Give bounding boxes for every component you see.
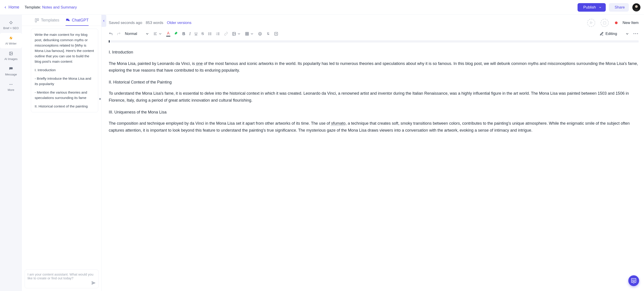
status-label[interactable]: New Item xyxy=(622,20,639,25)
bullet-list-button[interactable] xyxy=(208,32,212,36)
nav-more[interactable]: More xyxy=(0,79,22,95)
nav-ai-images[interactable]: AI Images xyxy=(0,48,22,64)
chevron-down-icon xyxy=(158,32,162,36)
svg-point-3 xyxy=(10,22,12,24)
paragraph-style-select[interactable]: Normal xyxy=(125,32,149,36)
dots-icon xyxy=(9,82,13,86)
underline-button[interactable]: U xyxy=(195,32,197,36)
svg-point-25 xyxy=(208,33,209,33)
intercom-fab[interactable] xyxy=(628,275,639,286)
nav-brief-seo[interactable]: Brief + SEO xyxy=(0,18,22,33)
svg-rect-39 xyxy=(246,32,249,35)
page-ruler xyxy=(109,40,639,42)
strikethrough-button[interactable]: S xyxy=(202,32,204,36)
template-label: Template: Notes and Summary xyxy=(24,5,77,10)
highlight-button[interactable] xyxy=(174,31,178,36)
document-body[interactable]: I. IntroductionThe Mona Lisa, painted by… xyxy=(108,45,644,291)
section-paragraph: The Mona Lisa, painted by Leonardo da Vi… xyxy=(109,60,639,74)
emoji-button[interactable] xyxy=(258,32,262,36)
editing-mode-select[interactable]: Editing xyxy=(600,32,629,36)
word-count: 853 words xyxy=(146,20,163,25)
share-button[interactable]: Share xyxy=(609,3,629,12)
bold-button[interactable]: B xyxy=(182,32,185,36)
left-nav: Brief + SEO AI Writer AI Images Message … xyxy=(0,15,22,291)
marker-icon xyxy=(174,31,178,35)
saved-status: Saved seconds ago xyxy=(109,20,142,25)
image-icon xyxy=(232,32,236,36)
pencil-icon xyxy=(600,32,604,36)
font-color-button[interactable]: A xyxy=(166,31,170,36)
table-button[interactable] xyxy=(245,32,254,36)
bolt-icon xyxy=(9,36,13,40)
section-paragraph: To understand the Mona Lisa's fame, it i… xyxy=(109,90,639,104)
svg-rect-14 xyxy=(35,18,36,22)
chat-message: Write the main content for my blog post,… xyxy=(31,29,98,112)
template-name-link[interactable]: Notes and Summary xyxy=(42,5,77,10)
back-label: Home xyxy=(8,5,19,10)
chevron-down-icon xyxy=(250,32,254,36)
chevron-down-icon xyxy=(598,6,602,9)
svg-point-16 xyxy=(590,22,592,23)
tab-chatgpt[interactable]: ChatGPT xyxy=(66,18,88,26)
undo-icon xyxy=(109,32,113,36)
svg-point-45 xyxy=(259,33,260,34)
svg-point-38 xyxy=(234,33,234,33)
chat-input-container xyxy=(24,270,99,288)
editor-meta: Saved seconds ago 853 words Older versio… xyxy=(108,15,644,29)
chevron-down-icon xyxy=(237,32,241,36)
align-button[interactable] xyxy=(153,32,162,36)
svg-marker-8 xyxy=(10,36,12,40)
chat-body: Write the main content for my blog post,… xyxy=(22,26,101,267)
add-collaborator-button[interactable] xyxy=(587,19,595,27)
templates-icon xyxy=(35,18,39,22)
link-icon xyxy=(224,32,228,36)
editor-toolbar: Normal A B I U S 123 Editing ··· xyxy=(108,29,644,40)
italic-button[interactable]: I xyxy=(189,32,191,36)
emoji-icon xyxy=(258,32,262,36)
chat-scrollbar[interactable] xyxy=(99,29,101,267)
section-heading: II. Historical Context of the Painting xyxy=(109,79,639,86)
clear-format-button[interactable] xyxy=(266,32,270,36)
nav-label: AI Writer xyxy=(5,42,16,45)
send-icon xyxy=(91,281,96,285)
collapse-panel-button[interactable] xyxy=(101,15,106,27)
svg-point-13 xyxy=(12,84,12,85)
svg-point-2 xyxy=(635,5,638,8)
chevron-left-icon xyxy=(102,19,106,22)
nav-ai-writer[interactable]: AI Writer xyxy=(0,33,22,48)
number-list-icon: 123 xyxy=(216,32,220,36)
chat-panel: Templates ChatGPT Write the main content… xyxy=(22,15,102,291)
chevron-left-icon xyxy=(4,6,7,9)
chevron-down-icon xyxy=(625,32,629,36)
chat-bubbles-icon xyxy=(66,18,70,22)
svg-point-10 xyxy=(10,52,10,53)
svg-rect-19 xyxy=(603,22,606,24)
publish-button[interactable]: Publish xyxy=(578,3,606,12)
schedule-button[interactable] xyxy=(600,19,609,27)
target-icon xyxy=(9,20,13,24)
insert-block-button[interactable] xyxy=(274,32,278,36)
status-dot xyxy=(615,22,618,24)
calendar-icon xyxy=(603,21,606,24)
tab-templates[interactable]: Templates xyxy=(35,18,59,26)
older-versions-link[interactable]: Older versions xyxy=(167,20,192,25)
plus-square-icon xyxy=(274,32,278,36)
table-icon xyxy=(245,32,249,36)
numbered-list-button[interactable]: 123 xyxy=(216,32,220,36)
image-icon xyxy=(9,52,13,56)
redo-icon xyxy=(117,32,121,36)
section-heading: III. Uniqueness of the Mona Lisa xyxy=(109,109,639,116)
user-plus-icon xyxy=(590,21,593,24)
back-home-link[interactable]: Home xyxy=(4,5,19,10)
image-button[interactable] xyxy=(232,32,241,36)
redo-button[interactable] xyxy=(117,32,121,36)
nav-message[interactable]: Message xyxy=(0,64,22,79)
send-button[interactable] xyxy=(91,281,96,286)
undo-button[interactable] xyxy=(109,32,113,36)
chat-input[interactable] xyxy=(28,272,96,284)
svg-point-11 xyxy=(10,84,10,85)
link-button[interactable] xyxy=(224,32,228,36)
user-avatar[interactable] xyxy=(632,3,640,12)
svg-point-27 xyxy=(208,34,209,34)
more-toolbar-button[interactable]: ··· xyxy=(633,31,639,37)
